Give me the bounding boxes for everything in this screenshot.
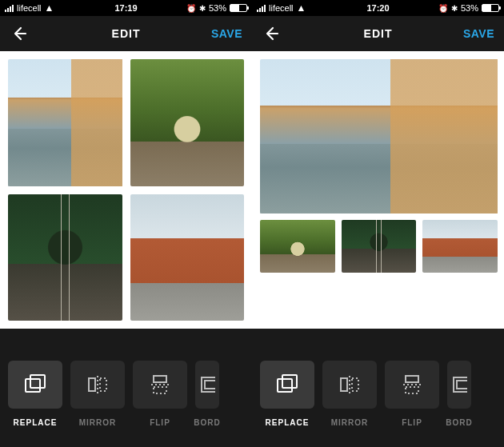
svg-rect-4: [100, 378, 106, 391]
battery-icon: [230, 4, 247, 12]
svg-rect-7: [154, 387, 166, 393]
tool-row[interactable]: REPLACE MIRROR FLIP: [0, 361, 252, 427]
border-icon: [199, 373, 215, 396]
carrier-label: lifecell: [17, 3, 42, 13]
flip-icon: [400, 373, 424, 396]
flip-icon: [148, 373, 172, 396]
tool-label: BORD: [446, 418, 472, 427]
alarm-icon: ⏰: [438, 4, 448, 13]
layout-canvas[interactable]: [252, 51, 504, 329]
mirror-icon: [86, 373, 110, 396]
svg-rect-0: [26, 379, 40, 392]
tool-border[interactable]: BORD: [447, 361, 471, 427]
tool-replace[interactable]: REPLACE: [8, 361, 62, 427]
back-arrow-icon: [11, 26, 27, 42]
status-right: ⏰ ✱ 53%: [186, 3, 247, 13]
canvas-image-hero[interactable]: [260, 59, 498, 214]
svg-rect-11: [282, 375, 297, 388]
status-bar: lifecell ▲ 17:19 ⏰ ✱ 53%: [0, 0, 252, 16]
mirror-icon: [338, 373, 362, 396]
tool-replace[interactable]: REPLACE: [260, 361, 314, 427]
image-grid-2x2: [8, 59, 244, 321]
tool-label: FLIP: [402, 418, 422, 427]
replace-icon: [23, 373, 47, 396]
tool-label: FLIP: [150, 418, 170, 427]
back-arrow-icon: [263, 26, 279, 42]
status-left: lifecell ▲: [5, 3, 54, 13]
status-bar: lifecell ▲ 17:20 ⏰ ✱ 53%: [252, 0, 504, 16]
screen-right: lifecell ▲ 17:20 ⏰ ✱ 53% EDIT SAVE: [252, 0, 504, 447]
battery-percent: 53%: [209, 3, 226, 13]
svg-rect-9: [205, 381, 215, 389]
back-button[interactable]: [10, 24, 29, 43]
tool-label: BORD: [194, 418, 220, 427]
battery-percent: 53%: [461, 3, 478, 13]
tool-flip[interactable]: FLIP: [133, 361, 187, 427]
tool-mirror[interactable]: MIRROR: [322, 361, 377, 427]
canvas-thumb-row: [260, 220, 498, 273]
status-right: ⏰ ✱ 53%: [438, 3, 499, 13]
svg-rect-15: [406, 376, 418, 382]
svg-rect-8: [202, 377, 215, 392]
tools-bar: REPLACE MIRROR FLIP: [0, 329, 252, 447]
carrier-label: lifecell: [269, 3, 294, 13]
tool-row[interactable]: REPLACE MIRROR FLIP: [252, 361, 504, 427]
image-grid-hero: [260, 59, 498, 321]
border-icon: [451, 373, 467, 396]
nav-bar: EDIT SAVE: [0, 16, 252, 51]
canvas-image-4[interactable]: [130, 194, 245, 321]
replace-icon: [275, 373, 299, 396]
wifi-icon: ▲: [45, 3, 54, 13]
wifi-icon: ▲: [297, 3, 306, 13]
svg-rect-2: [89, 378, 95, 391]
back-button[interactable]: [262, 24, 281, 43]
tool-flip[interactable]: FLIP: [385, 361, 439, 427]
save-button[interactable]: SAVE: [211, 27, 242, 40]
canvas-thumb-2[interactable]: [342, 220, 417, 273]
bluetooth-icon: ✱: [199, 4, 206, 13]
layout-canvas[interactable]: [0, 51, 252, 329]
canvas-image-2[interactable]: [130, 59, 245, 186]
signal-icon: [5, 4, 14, 12]
battery-icon: [482, 4, 499, 12]
save-button[interactable]: SAVE: [463, 27, 494, 40]
tool-label: MIRROR: [331, 418, 369, 427]
alarm-icon: ⏰: [186, 4, 196, 13]
tool-border[interactable]: BORD: [195, 361, 219, 427]
tool-label: MIRROR: [79, 418, 117, 427]
canvas-thumb-3[interactable]: [422, 220, 498, 273]
status-left: lifecell ▲: [257, 3, 306, 13]
svg-rect-17: [406, 387, 418, 393]
nav-bar: EDIT SAVE: [252, 16, 504, 51]
svg-rect-1: [30, 375, 45, 388]
canvas-thumb-1[interactable]: [260, 220, 335, 273]
svg-rect-18: [454, 377, 467, 392]
svg-rect-5: [154, 376, 166, 382]
screen-left: lifecell ▲ 17:19 ⏰ ✱ 53% EDIT SAVE: [0, 0, 252, 447]
tool-mirror[interactable]: MIRROR: [70, 361, 125, 427]
bluetooth-icon: ✱: [451, 4, 458, 13]
tools-bar: REPLACE MIRROR FLIP: [252, 329, 504, 447]
tool-label: REPLACE: [266, 418, 310, 427]
svg-rect-19: [457, 381, 467, 389]
svg-rect-14: [352, 378, 358, 391]
tool-label: REPLACE: [14, 418, 58, 427]
signal-icon: [257, 4, 266, 12]
svg-rect-10: [278, 379, 292, 392]
canvas-image-3[interactable]: [8, 194, 122, 321]
svg-rect-12: [341, 378, 347, 391]
canvas-image-1[interactable]: [8, 59, 122, 186]
